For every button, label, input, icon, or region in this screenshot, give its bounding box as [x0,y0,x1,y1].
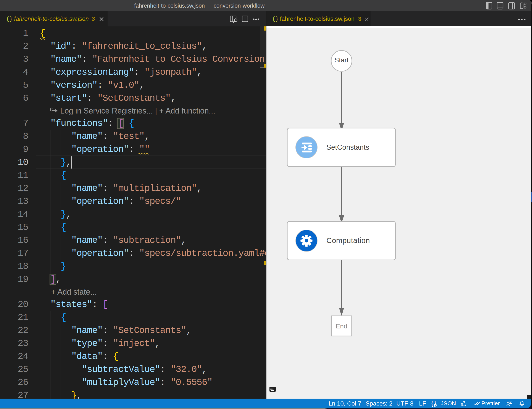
svg-text:End: End [336,323,347,330]
svg-text:Start: Start [334,56,349,64]
svg-text:Computation: Computation [326,236,370,245]
svg-text:SetConstants: SetConstants [326,143,369,151]
